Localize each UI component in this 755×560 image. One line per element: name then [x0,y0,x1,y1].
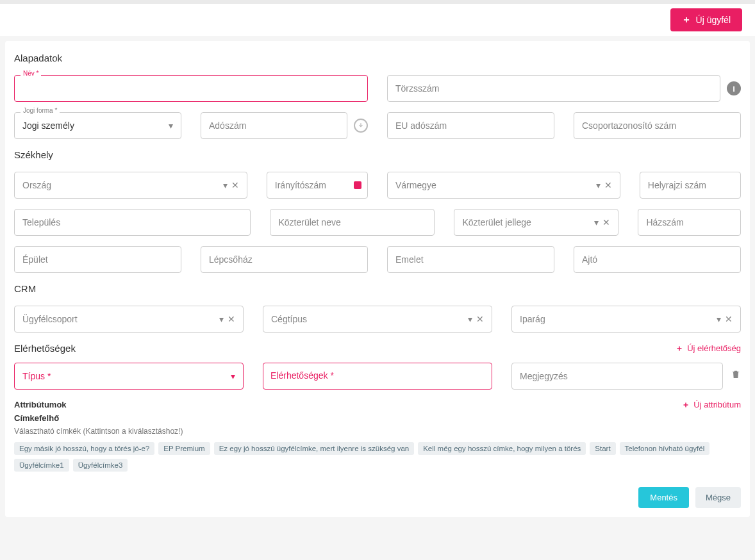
floor-input[interactable] [387,246,554,273]
company-type-label: Cégtípus [271,314,307,324]
cancel-button[interactable]: Mégse [695,487,741,508]
name-label: Név * [21,70,41,77]
tag-cloud-title: Címkefelhő [14,413,741,423]
add-contact-button[interactable]: Új elérhetőség [676,343,741,353]
add-attribute-button[interactable]: Új attribútum [682,400,741,409]
tax-number-input[interactable] [201,112,347,139]
tag-cloud-hint: Választható címkék (Kattintson a kiválas… [14,427,741,436]
chevron-down-icon: ▾ [169,120,173,131]
contact-type-label: Típus * [22,371,51,381]
tag[interactable]: Kell még egy hosszú címke, hogy milyen a… [418,442,586,455]
tag[interactable]: Start [590,442,615,455]
chevron-down-icon: ▾ [231,371,235,381]
chevron-down-icon: ▾ [717,314,721,324]
street-name-input[interactable] [270,209,435,236]
contact-type-select[interactable]: Típus * ▾ [14,363,244,390]
street-type-select[interactable]: Közterület jellege ▾ ✕ [454,209,618,236]
staircase-input[interactable] [201,246,368,273]
chevron-down-icon: ▾ [594,217,599,227]
country-select[interactable]: Ország ▾ ✕ [14,172,247,199]
legal-form-label: Jogi forma * [21,107,60,114]
group-id-input[interactable] [574,112,741,139]
industry-select[interactable]: Iparág ▾✕ [511,306,741,333]
chevron-down-icon: ▾ [468,314,472,324]
tag[interactable]: Egy másik jó hosszú, hogy a törés jó-e? [14,442,154,455]
eu-tax-input[interactable] [387,112,554,139]
client-group-label: Ügyfélcsoport [22,314,78,324]
chevron-down-icon: ▾ [223,180,228,190]
download-icon[interactable] [354,119,368,133]
clear-icon[interactable]: ✕ [476,314,484,324]
company-type-select[interactable]: Cégtípus ▾✕ [263,306,492,333]
plus-icon [682,401,690,409]
contact-value-input[interactable] [263,363,492,390]
clear-icon[interactable]: ✕ [228,314,235,324]
trash-icon[interactable] [731,369,741,382]
save-button[interactable]: Mentés [638,487,689,508]
country-label: Ország [22,180,51,190]
client-group-select[interactable]: Ügyfélcsoport ▾✕ [14,306,244,333]
clear-icon[interactable]: ✕ [231,180,239,190]
clear-icon[interactable]: ✕ [604,180,612,190]
chevron-down-icon: ▾ [596,180,601,190]
industry-label: Iparág [520,314,545,324]
clear-icon[interactable]: ✕ [725,314,733,324]
info-icon[interactable]: i [727,81,741,95]
settlement-input[interactable] [14,209,251,236]
chevron-down-icon: ▾ [219,314,224,324]
tag[interactable]: Ez egy jó hosszú ügyfélcímke, mert ilyen… [214,442,415,455]
door-input[interactable] [574,246,741,273]
contact-note-input[interactable] [511,363,723,390]
plus-icon [676,345,683,352]
legal-form-value: Jogi személy [22,120,74,131]
clear-icon[interactable]: ✕ [602,217,610,227]
plus-icon [682,15,691,24]
zip-input[interactable] [267,172,368,199]
section-title-attributes: Attribútumok [14,400,67,409]
section-title-basic: Alapadatok [14,53,741,63]
street-type-label: Közterület jellege [462,217,531,227]
tag[interactable]: Ügyfélcímke3 [73,459,128,472]
section-title-crm: CRM [14,283,741,294]
add-attribute-label: Új attribútum [693,400,741,409]
new-client-button[interactable]: Új ügyfél [670,8,742,31]
county-label: Vármegye [395,180,436,190]
county-select[interactable]: Vármegye ▾ ✕ [387,172,620,199]
tag[interactable]: Telefonon hívható ügyfél [620,442,710,455]
reg-number-input[interactable] [387,75,720,102]
topographic-input[interactable] [640,172,741,199]
zip-badge-icon [354,181,361,189]
building-input[interactable] [14,246,181,273]
tag[interactable]: Ügyfélcímke1 [14,459,69,472]
new-client-label: Új ügyfél [696,15,731,25]
tag[interactable]: EP Premium [158,442,210,455]
section-title-contacts: Elérhetőségek [14,343,76,354]
section-title-hq: Székhely [14,149,741,160]
name-input[interactable] [14,75,368,102]
add-contact-label: Új elérhetőség [687,343,741,353]
legal-form-select[interactable]: Jogi személy ▾ [14,112,181,139]
house-input[interactable] [638,209,741,236]
